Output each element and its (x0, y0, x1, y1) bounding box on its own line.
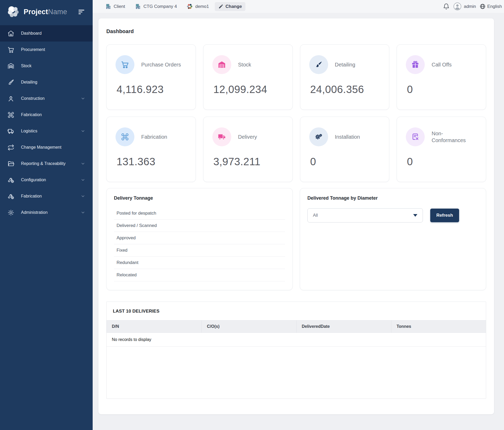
stat-card-delivery[interactable]: Delivery 3,973.211 (203, 117, 293, 182)
stat-card-call-offs[interactable]: Call Offs 0 (397, 44, 486, 110)
notifications-bell-icon[interactable] (443, 3, 450, 10)
page-title: Dashboard (106, 28, 486, 34)
topbar-right: admin English (443, 2, 502, 11)
brush-icon (309, 55, 328, 74)
user-menu[interactable]: admin (453, 2, 476, 11)
tonnage-row: Redundant (114, 257, 285, 269)
column-header-tonnes[interactable]: Tonnes (391, 320, 486, 333)
last-deliveries-section: LAST 10 DELIVERIES D/N C/O(s) DeliveredD… (106, 302, 486, 399)
sidebar-item-construction[interactable]: Construction (0, 90, 93, 107)
sidebar-item-detailing[interactable]: Detailing (0, 74, 93, 90)
truck-icon (212, 127, 231, 146)
refresh-button[interactable]: Refresh (430, 209, 459, 222)
sidebar-item-label: Configuration (21, 178, 46, 182)
stat-card-label: Fabrication (141, 133, 167, 140)
client-selector[interactable]: Client (105, 3, 125, 10)
stat-card-value: 0 (407, 156, 477, 168)
sidebar-item-label: Stock (21, 64, 32, 68)
stat-card-non-conformances[interactable]: Non-Conformances 0 (397, 117, 486, 182)
brand-name-bold: Project (24, 8, 48, 16)
sidebar-item-label: Construction (21, 96, 45, 101)
chevron-down-icon (81, 161, 85, 166)
folder-open-icon (7, 160, 14, 167)
sidebar: ProjectName Dashboard Procurement (0, 0, 93, 430)
stat-card-label: Installation (335, 133, 360, 140)
tonnage-row: Approved (114, 232, 285, 244)
company-selector[interactable]: CTG Company 4 (134, 3, 177, 10)
panel-title: Delivered Tonnage by Diameter (307, 195, 479, 201)
stat-card-fabrication[interactable]: Fabrication 131.363 (106, 117, 196, 182)
sidebar-item-fabrication-2[interactable]: Fabrication (0, 188, 93, 204)
stat-card-installation[interactable]: Installation 0 (300, 117, 390, 182)
stat-card-value: 4,116.923 (117, 84, 187, 95)
warehouse-icon (212, 55, 231, 74)
table-empty-message: No records to display (107, 333, 486, 347)
sidebar-item-procurement[interactable]: Procurement (0, 42, 93, 58)
column-header-delivereddate[interactable]: DeliveredDate (296, 320, 391, 333)
language-label: English (487, 4, 502, 9)
sidebar-item-configuration[interactable]: Configuration (0, 172, 93, 188)
project-selector[interactable]: demo1 (186, 3, 209, 10)
sidebar-item-administration[interactable]: Administration (0, 204, 93, 221)
brand-name: ProjectName (24, 8, 67, 16)
tonnage-row: Delivered / Scanned (114, 220, 285, 232)
sidebar-item-label: Procurement (21, 47, 45, 52)
pencil-icon (218, 4, 223, 9)
client-label: Client (114, 4, 125, 9)
change-label: Change (225, 4, 242, 9)
diameter-select-value: All (313, 213, 318, 218)
gift-icon (406, 55, 425, 74)
filter-row: All Refresh (307, 208, 479, 222)
stat-cards-grid: Purchase Orders 4,116.923 Stock 12,099.2… (106, 44, 486, 182)
table-title: LAST 10 DELIVERIES (107, 302, 486, 320)
gears-icon (309, 127, 328, 146)
document-x-icon (406, 127, 425, 146)
gear-icon (7, 209, 14, 216)
command-icon (7, 111, 14, 118)
sidebar-item-fabrication[interactable]: Fabrication (0, 107, 93, 123)
cart-icon (7, 46, 14, 53)
building-icon (105, 3, 111, 10)
tonnage-list: Posted for despatch Delivered / Scanned … (114, 207, 285, 281)
stat-card-detailing[interactable]: Detailing 24,006.356 (300, 44, 390, 110)
sidebar-item-dashboard[interactable]: Dashboard (0, 25, 93, 42)
delivery-tonnage-panel: Delivery Tonnage Posted for despatch Del… (106, 188, 293, 290)
sidebar-item-label: Detailing (21, 80, 37, 85)
column-header-cos[interactable]: C/O(s) (201, 320, 296, 333)
tools-icon (7, 193, 14, 200)
sidebar-item-label: Change Management (21, 145, 61, 150)
main-area: Dashboard Purchase Orders 4,116.923 (93, 13, 504, 430)
tonnage-row: Posted for despatch (114, 207, 285, 220)
table-header-row: D/N C/O(s) DeliveredDate Tonnes (107, 320, 486, 333)
stat-card-purchase-orders[interactable]: Purchase Orders 4,116.923 (106, 44, 196, 110)
stat-card-stock[interactable]: Stock 12,099.234 (203, 44, 293, 110)
brush-icon (7, 79, 14, 86)
column-header-dn[interactable]: D/N (107, 320, 201, 333)
sidebar-item-reporting-traceability[interactable]: Reporting & Traceability (0, 156, 93, 172)
stat-card-value: 3,973.211 (213, 156, 284, 168)
sidebar-collapse-icon[interactable] (77, 8, 86, 16)
stat-card-label: Delivery (238, 133, 257, 140)
chevron-down-icon (81, 194, 85, 199)
sidebar-item-stock[interactable]: Stock (0, 58, 93, 74)
tonnage-row: Fixed (114, 244, 285, 257)
language-selector[interactable]: English (480, 3, 502, 9)
sidebar-item-label: Reporting & Traceability (21, 161, 66, 166)
diameter-select[interactable]: All (307, 208, 423, 222)
stat-card-value: 131.363 (117, 156, 187, 168)
pinwheel-icon (186, 3, 193, 10)
sidebar-item-change-management[interactable]: Change Management (0, 139, 93, 156)
change-button[interactable]: Change (215, 2, 245, 11)
home-icon (7, 30, 14, 37)
sidebar-item-logistics[interactable]: Logistics (0, 123, 93, 139)
user-label: admin (464, 4, 476, 9)
warehouse-icon (7, 63, 14, 70)
company-label: CTG Company 4 (143, 4, 177, 9)
stat-card-label: Non-Conformances (432, 130, 477, 144)
chevron-down-icon (81, 210, 85, 215)
sidebar-item-label: Logistics (21, 129, 37, 133)
dashboard-container: Dashboard Purchase Orders 4,116.923 (98, 18, 494, 414)
sidebar-menu: Dashboard Procurement Stock Detailing (0, 24, 93, 221)
panel-title: Delivery Tonnage (114, 195, 285, 201)
panels-row: Delivery Tonnage Posted for despatch Del… (106, 188, 486, 290)
